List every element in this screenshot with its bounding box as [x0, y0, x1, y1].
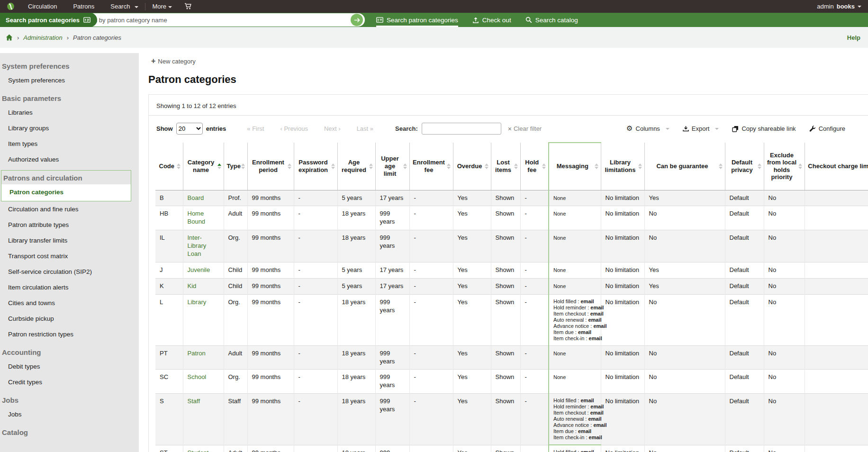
sidebar-item-authorized-values[interactable]: Authorized values: [0, 152, 139, 167]
sidebar-item-jobs[interactable]: Jobs: [0, 407, 139, 422]
cell-password-expiration: -: [294, 278, 337, 294]
menu-circulation[interactable]: Circulation: [28, 3, 57, 10]
category-name-link[interactable]: Inter-Library Loan: [188, 234, 207, 257]
column-label: Password expiration: [298, 159, 328, 173]
page-size-select[interactable]: 20: [176, 123, 203, 135]
cell-checkout-charge-limit: [805, 190, 868, 206]
search-header: Search patron categories: [0, 13, 868, 27]
user-menu[interactable]: admin books: [817, 3, 861, 10]
category-name-link[interactable]: Kid: [188, 282, 197, 289]
pagination-next[interactable]: Next ›: [324, 125, 341, 132]
sidebar-item-cities-and-towns[interactable]: Cities and towns: [0, 295, 139, 311]
sidebar-item-credit-types[interactable]: Credit types: [0, 374, 139, 390]
category-name-link[interactable]: School: [188, 373, 207, 380]
column-header-upper-age-limit[interactable]: Upper age limit: [375, 143, 409, 190]
search-submit-button[interactable]: [351, 14, 363, 26]
cell-hold-fee: -: [520, 445, 549, 452]
category-name-link[interactable]: Juvenile: [188, 266, 210, 273]
sidebar-item-library-transfer-limits[interactable]: Library transfer limits: [0, 233, 139, 248]
tab-check-out[interactable]: Check out: [472, 13, 511, 27]
configure-button[interactable]: Configure: [809, 125, 845, 132]
sidebar-item-library-groups[interactable]: Library groups: [0, 120, 139, 136]
column-header-messaging[interactable]: Messaging: [549, 143, 601, 190]
cell-type: Org.: [224, 230, 247, 262]
category-name-link[interactable]: Home Bound: [188, 210, 206, 225]
sidebar-item-self-service-circulation-sip2-[interactable]: Self-service circulation (SIP2): [0, 264, 139, 280]
column-header-checkout-charge-limit[interactable]: Checkout charge limit: [805, 143, 868, 190]
menu-search[interactable]: Search: [110, 3, 130, 10]
sidebar-item-item-circulation-alerts[interactable]: Item circulation alerts: [0, 280, 139, 295]
cell-name: Staff: [183, 394, 224, 445]
column-header-name[interactable]: Category name: [183, 143, 224, 190]
category-name-link[interactable]: Library: [188, 298, 207, 306]
search-scope-pill[interactable]: Search patron categories: [0, 13, 97, 27]
help-link[interactable]: Help: [847, 34, 860, 41]
category-name-link[interactable]: Staff: [188, 398, 200, 405]
sidebar-item-circulation-and-fine-rules[interactable]: Circulation and fine rules: [0, 201, 139, 217]
search-dropdown-toggle[interactable]: [135, 3, 138, 10]
sidebar-item-item-types[interactable]: Item types: [0, 136, 139, 152]
category-name-link[interactable]: Patron: [188, 350, 206, 357]
column-header-overdue[interactable]: Overdue: [453, 143, 491, 190]
cell-hold-fee: -: [520, 394, 549, 445]
messaging-preference: Hold filled : email: [553, 398, 597, 404]
home-icon[interactable]: [6, 34, 13, 41]
category-name-link[interactable]: Student: [188, 449, 209, 452]
clear-filter-button[interactable]: × Clear filter: [508, 125, 542, 133]
sort-icon: [217, 163, 221, 169]
sidebar-item-patron-categories[interactable]: Patron categories: [1, 184, 131, 201]
column-header-exclude-local-holds[interactable]: Exclude from local holds priority: [764, 143, 805, 190]
cell-code: L: [155, 294, 183, 345]
menu-more[interactable]: More: [152, 3, 172, 10]
cell-overdue: Yes: [453, 445, 491, 452]
copy-shareable-link-button[interactable]: Copy shareable link: [732, 125, 796, 132]
column-header-library-limitations[interactable]: Library limitations: [601, 143, 644, 190]
cell-overdue: Yes: [453, 230, 491, 262]
column-header-can-be-guarantee[interactable]: Can be guarantee: [644, 143, 725, 190]
table-filter-input[interactable]: [422, 123, 501, 135]
new-category-button[interactable]: + New category: [148, 55, 199, 67]
cart-button[interactable]: [184, 3, 192, 10]
column-header-password-expiration[interactable]: Password expiration: [294, 143, 337, 190]
column-header-default-privacy[interactable]: Default privacy: [725, 143, 764, 190]
column-header-code[interactable]: Code: [155, 143, 183, 190]
cell-messaging: None: [549, 345, 601, 370]
cell-password-expiration: -: [294, 262, 337, 278]
filter-search-label: Search:: [395, 125, 418, 132]
column-header-enrollment-fee[interactable]: Enrollment fee: [409, 143, 453, 190]
export-button[interactable]: Export: [683, 125, 719, 132]
table-row: ILInter-Library LoanOrg.99 months-18 yea…: [155, 230, 868, 262]
pagination-previous[interactable]: ‹ Previous: [280, 125, 308, 132]
sidebar-item-curbside-pickup[interactable]: Curbside pickup: [0, 311, 139, 326]
sidebar-item-debit-types[interactable]: Debit types: [0, 359, 139, 374]
sidebar-item-patron-attribute-types[interactable]: Patron attribute types: [0, 217, 139, 233]
pagination-last[interactable]: Last »: [357, 125, 373, 132]
cell-code: SC: [155, 370, 183, 394]
cell-messaging: None: [549, 206, 601, 230]
column-header-lost-items[interactable]: Lost items: [491, 143, 520, 190]
sidebar-item-patron-restriction-types[interactable]: Patron restriction types: [0, 326, 139, 342]
cell-type: Org.: [224, 294, 247, 345]
columns-button[interactable]: ⚙ Columns: [626, 125, 669, 132]
checkout-icon: [472, 17, 479, 23]
cell-type: Adult: [224, 445, 247, 452]
patron-category-search-input[interactable]: [71, 13, 365, 27]
cell-library-limitations: No limitation: [601, 345, 644, 370]
column-header-enrollment-period[interactable]: Enrollment period: [247, 143, 294, 190]
column-header-hold-fee[interactable]: Hold fee: [520, 143, 549, 190]
pagination-first[interactable]: « First: [247, 125, 264, 132]
sidebar-item-system-preferences[interactable]: System preferences: [0, 72, 139, 88]
breadcrumb-administration[interactable]: Administration: [23, 34, 62, 41]
column-header-type[interactable]: Type: [224, 143, 247, 190]
menu-patrons[interactable]: Patrons: [73, 3, 94, 10]
tab-search-catalog[interactable]: Search catalog: [525, 13, 578, 27]
tab-search-patron-categories[interactable]: Search patron categories: [376, 13, 458, 27]
cell-can-be-guarantee: Yes: [644, 278, 725, 294]
category-name-link[interactable]: Board: [188, 194, 204, 201]
cell-name: Student: [183, 445, 224, 452]
column-header-age-required[interactable]: Age required: [337, 143, 375, 190]
column-label: Category name: [188, 159, 214, 173]
cell-code: S: [155, 394, 183, 445]
sidebar-item-libraries[interactable]: Libraries: [0, 105, 139, 120]
sidebar-item-transport-cost-matrix[interactable]: Transport cost matrix: [0, 248, 139, 264]
